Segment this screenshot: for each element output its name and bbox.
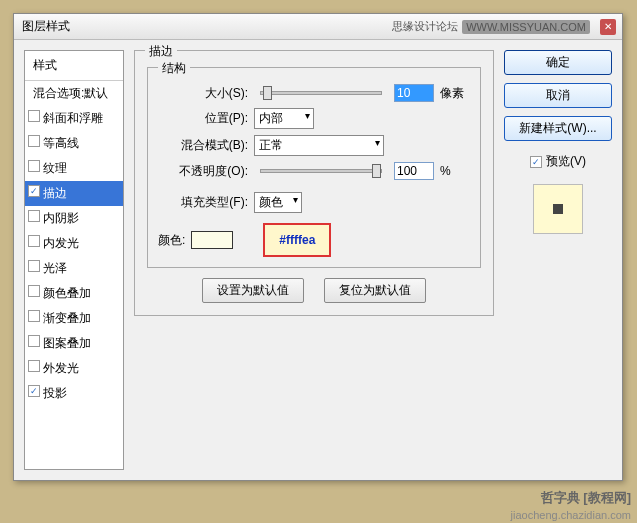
preview-checkbox[interactable]: ✓ bbox=[530, 156, 542, 168]
sidebar-checkbox[interactable] bbox=[28, 310, 40, 322]
sidebar-checkbox[interactable] bbox=[28, 260, 40, 272]
size-unit: 像素 bbox=[440, 85, 470, 102]
sidebar-item-label: 图案叠加 bbox=[43, 336, 91, 350]
structure-fieldset: 结构 大小(S): 像素 位置(P): 内部 混合模式(B): 正常 bbox=[147, 67, 481, 268]
sidebar-item-7[interactable]: 颜色叠加 bbox=[25, 281, 123, 306]
sidebar-item-label: 光泽 bbox=[43, 261, 67, 275]
sidebar-item-10[interactable]: 外发光 bbox=[25, 356, 123, 381]
sidebar-checkbox[interactable] bbox=[28, 285, 40, 297]
sidebar-item-11[interactable]: ✓投影 bbox=[25, 381, 123, 406]
reset-default-button[interactable]: 复位为默认值 bbox=[324, 278, 426, 303]
dialog-content: 样式 混合选项:默认 斜面和浮雕等高线纹理✓描边内阴影内发光光泽颜色叠加渐变叠加… bbox=[14, 40, 622, 480]
sidebar-item-3[interactable]: ✓描边 bbox=[25, 181, 123, 206]
sidebar-checkbox[interactable]: ✓ bbox=[28, 385, 40, 397]
dialog-window: 图层样式 思缘设计论坛 WWW.MISSYUAN.COM ✕ 样式 混合选项:默… bbox=[13, 13, 623, 481]
color-row: 颜色: #ffffea bbox=[158, 223, 470, 257]
watermark-url: jiaocheng.chazidian.com bbox=[511, 509, 631, 521]
panel-title: 描边 bbox=[145, 43, 177, 60]
structure-title: 结构 bbox=[158, 60, 190, 77]
sidebar-checkbox[interactable] bbox=[28, 210, 40, 222]
close-icon[interactable]: ✕ bbox=[600, 19, 616, 35]
filltype-combo[interactable]: 颜色 bbox=[254, 192, 302, 213]
sidebar-item-4[interactable]: 内阴影 bbox=[25, 206, 123, 231]
sidebar-item-default[interactable]: 混合选项:默认 bbox=[25, 81, 123, 106]
blend-label: 混合模式(B): bbox=[158, 137, 248, 154]
sidebar-checkbox[interactable] bbox=[28, 360, 40, 372]
sidebar-item-2[interactable]: 纹理 bbox=[25, 156, 123, 181]
sidebar-checkbox[interactable] bbox=[28, 235, 40, 247]
opacity-input[interactable] bbox=[394, 162, 434, 180]
sidebar-item-label: 内阴影 bbox=[43, 211, 79, 225]
sidebar-item-label: 内发光 bbox=[43, 236, 79, 250]
opacity-unit: % bbox=[440, 164, 470, 178]
filltype-row: 填充类型(F): 颜色 bbox=[158, 192, 470, 213]
window-title: 图层样式 bbox=[22, 18, 70, 35]
blend-row: 混合模式(B): 正常 bbox=[158, 135, 470, 156]
site-url: WWW.MISSYUAN.COM bbox=[462, 20, 590, 34]
size-slider[interactable] bbox=[260, 91, 382, 95]
sidebar-item-label: 投影 bbox=[43, 386, 67, 400]
sidebar-item-8[interactable]: 渐变叠加 bbox=[25, 306, 123, 331]
filltype-label: 填充类型(F): bbox=[158, 194, 248, 211]
set-default-button[interactable]: 设置为默认值 bbox=[202, 278, 304, 303]
ok-button[interactable]: 确定 bbox=[504, 50, 612, 75]
color-callout: #ffffea bbox=[263, 223, 331, 257]
styles-sidebar: 样式 混合选项:默认 斜面和浮雕等高线纹理✓描边内阴影内发光光泽颜色叠加渐变叠加… bbox=[24, 50, 124, 470]
opacity-slider[interactable] bbox=[260, 169, 382, 173]
size-row: 大小(S): 像素 bbox=[158, 84, 470, 102]
preview-label: 预览(V) bbox=[546, 153, 586, 170]
sidebar-item-label: 颜色叠加 bbox=[43, 286, 91, 300]
color-label: 颜色: bbox=[158, 232, 185, 249]
sidebar-item-0[interactable]: 斜面和浮雕 bbox=[25, 106, 123, 131]
color-swatch[interactable] bbox=[191, 231, 233, 249]
sidebar-checkbox[interactable] bbox=[28, 160, 40, 172]
sidebar-checkbox[interactable]: ✓ bbox=[28, 185, 40, 197]
sidebar-checkbox[interactable] bbox=[28, 335, 40, 347]
sidebar-checkbox[interactable] bbox=[28, 110, 40, 122]
size-label: 大小(S): bbox=[158, 85, 248, 102]
opacity-label: 不透明度(O): bbox=[158, 163, 248, 180]
sidebar-item-label: 描边 bbox=[43, 186, 67, 200]
main-panel: 描边 结构 大小(S): 像素 位置(P): 内部 混合模式(B): bbox=[134, 50, 494, 470]
sidebar-item-label: 纹理 bbox=[43, 161, 67, 175]
position-row: 位置(P): 内部 bbox=[158, 108, 470, 129]
position-label: 位置(P): bbox=[158, 110, 248, 127]
default-buttons-row: 设置为默认值 复位为默认值 bbox=[147, 278, 481, 303]
preview-thumb bbox=[553, 204, 563, 214]
size-input[interactable] bbox=[394, 84, 434, 102]
sidebar-item-9[interactable]: 图案叠加 bbox=[25, 331, 123, 356]
sidebar-checkbox[interactable] bbox=[28, 135, 40, 147]
position-combo[interactable]: 内部 bbox=[254, 108, 314, 129]
sidebar-item-label: 渐变叠加 bbox=[43, 311, 91, 325]
stroke-fieldset: 描边 结构 大小(S): 像素 位置(P): 内部 混合模式(B): bbox=[134, 50, 494, 316]
right-column: 确定 取消 新建样式(W)... ✓ 预览(V) bbox=[504, 50, 612, 470]
sidebar-item-1[interactable]: 等高线 bbox=[25, 131, 123, 156]
titlebar: 图层样式 思缘设计论坛 WWW.MISSYUAN.COM ✕ bbox=[14, 14, 622, 40]
sidebar-item-label: 外发光 bbox=[43, 361, 79, 375]
sidebar-item-6[interactable]: 光泽 bbox=[25, 256, 123, 281]
blend-combo[interactable]: 正常 bbox=[254, 135, 384, 156]
titlebar-right: 思缘设计论坛 WWW.MISSYUAN.COM ✕ bbox=[392, 19, 622, 35]
watermark-brand: 哲字典 [教程网] bbox=[541, 489, 631, 507]
sidebar-header: 样式 bbox=[25, 51, 123, 81]
preview-box bbox=[533, 184, 583, 234]
preview-row: ✓ 预览(V) bbox=[504, 153, 612, 170]
site-label: 思缘设计论坛 bbox=[392, 19, 458, 34]
sidebar-item-label: 等高线 bbox=[43, 136, 79, 150]
opacity-row: 不透明度(O): % bbox=[158, 162, 470, 180]
sidebar-item-label: 斜面和浮雕 bbox=[43, 111, 103, 125]
sidebar-item-5[interactable]: 内发光 bbox=[25, 231, 123, 256]
new-style-button[interactable]: 新建样式(W)... bbox=[504, 116, 612, 141]
cancel-button[interactable]: 取消 bbox=[504, 83, 612, 108]
